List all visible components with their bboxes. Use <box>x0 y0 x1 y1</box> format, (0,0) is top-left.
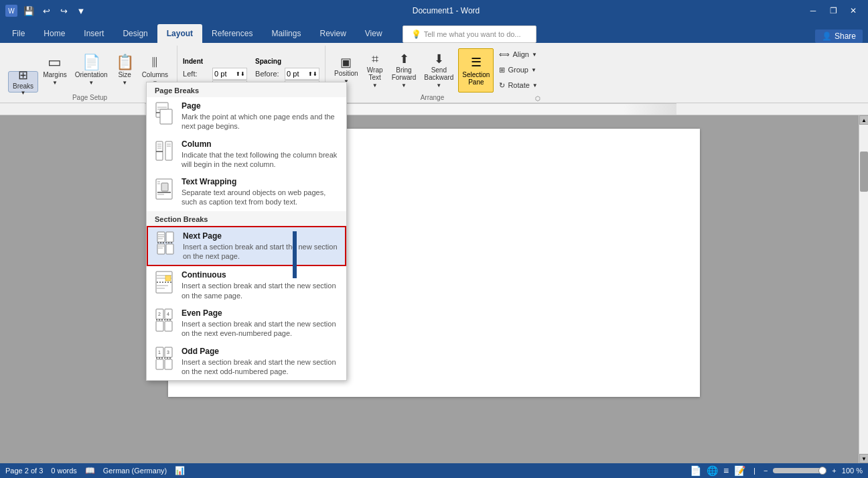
dropdown-item-continuous[interactable]: Continuous Insert a section break and st… <box>147 266 346 304</box>
position-label: Position <box>334 70 358 77</box>
align-button[interactable]: ⟺ Align ▼ <box>495 47 541 62</box>
continuous-item-title: Continuous <box>182 270 340 280</box>
status-left: Page 2 of 3 0 words 📖 German (Germany) 📊 <box>5 466 185 475</box>
document-title: Document1 - Word <box>88 6 804 15</box>
tab-layout[interactable]: Layout <box>157 24 202 43</box>
restore-button[interactable]: ❐ <box>824 1 843 20</box>
scroll-up-button[interactable]: ▲ <box>859 115 868 125</box>
send-backward-button[interactable]: ⬇ Send Backward ▼ <box>421 48 457 93</box>
wrap-text-arrow: ▼ <box>372 82 378 88</box>
align-arrow: ▼ <box>532 52 537 58</box>
language[interactable]: German (Germany) <box>103 467 167 475</box>
svg-text:4: 4 <box>167 312 169 316</box>
selection-pane-button[interactable]: ☰ Selection Pane <box>458 48 494 93</box>
page-info[interactable]: Page 2 of 3 <box>5 467 43 475</box>
breaks-dropdown-btn[interactable]: ⊞ Breaks ▼ <box>8 71 38 93</box>
indent-left-input[interactable]: 0 pt ⬆⬇ <box>212 68 247 80</box>
tab-insert[interactable]: Insert <box>74 24 113 43</box>
even-page-item-title: Even Page <box>182 308 340 318</box>
save-icon[interactable]: 💾 <box>21 3 36 18</box>
ribbon-group-arrange: ▣ Position ▼ ⌗ Wrap Text ▼ ⬆ Bring Forwa… <box>326 46 547 103</box>
ribbon-tabs: File Home Insert Design Layout Reference… <box>0 21 868 43</box>
odd-page-item-title: Odd Page <box>182 347 340 356</box>
tab-mailings[interactable]: Mailings <box>262 24 310 43</box>
svg-text:1: 1 <box>158 350 161 355</box>
tab-view[interactable]: View <box>356 24 392 43</box>
rotate-button[interactable]: ↻ Rotate ▼ <box>495 78 541 93</box>
text-wrapping-item-title: Text Wrapping <box>182 177 340 186</box>
odd-page-item-desc: Insert a section break and start the new… <box>182 357 340 377</box>
dropdown-item-odd-page-text: Odd Page Insert a section break and star… <box>182 347 340 377</box>
group-arrow: ▼ <box>531 67 536 73</box>
view-draft-icon[interactable]: 📝 <box>734 465 745 476</box>
margins-button[interactable]: ▭ Margins ▼ <box>40 48 70 93</box>
status-right: 📄 🌐 ≡ 📝 | − + 100 % <box>690 465 863 476</box>
orientation-arrow: ▼ <box>88 80 94 86</box>
svg-rect-14 <box>161 183 168 191</box>
dropdown-item-even-page-text: Even Page Insert a section break and sta… <box>182 308 340 339</box>
section-breaks-header: Section Breaks <box>147 211 346 226</box>
column-item-title: Column <box>182 139 340 149</box>
word-icon: W <box>5 5 17 17</box>
zoom-level[interactable]: 100 % <box>842 467 863 475</box>
dropdown-item-page-text: Page Mark the point at which one page en… <box>182 101 340 131</box>
columns-label: Columns <box>142 71 168 78</box>
undo-icon[interactable]: ↩ <box>39 3 54 18</box>
tab-references[interactable]: References <box>202 24 262 43</box>
view-web-icon[interactable]: 🌐 <box>707 465 718 476</box>
track-changes-icon[interactable]: 📊 <box>175 466 185 475</box>
view-normal-icon[interactable]: 📄 <box>690 465 701 476</box>
orientation-button[interactable]: 📄 Orientation ▼ <box>72 48 111 93</box>
scroll-thumb[interactable] <box>860 152 868 192</box>
word-count[interactable]: 0 words <box>51 467 77 475</box>
spacing-before-row: Before: 0 pt ⬆⬇ <box>255 68 319 80</box>
dropdown-item-even-page[interactable]: 2 4 Even Page Insert a section break and… <box>147 304 346 343</box>
zoom-slider[interactable] <box>773 468 826 473</box>
share-button[interactable]: 👤 Share <box>815 29 863 43</box>
share-icon: 👤 <box>822 32 832 41</box>
window-controls: ─ ❐ ✕ <box>804 1 863 20</box>
title-bar-left: W 💾 ↩ ↪ ▼ <box>5 3 88 18</box>
breaks-icon: ⊞ <box>18 68 28 82</box>
tell-me-input[interactable]: 💡 Tell me what you want to do... <box>403 25 536 43</box>
even-page-break-icon: 2 4 <box>153 308 175 333</box>
wrap-text-icon: ⌗ <box>372 53 378 65</box>
dropdown-item-column[interactable]: Column Indicate that the text following … <box>147 135 346 174</box>
tab-design[interactable]: Design <box>113 24 157 43</box>
next-page-item-title: Next Page <box>183 231 338 241</box>
size-label: Size <box>118 71 131 78</box>
group-button[interactable]: ⊞ Group ▼ <box>495 62 541 77</box>
dropdown-item-page[interactable]: Page Mark the point at which one page en… <box>147 97 346 135</box>
tab-file[interactable]: File <box>3 24 34 43</box>
redo-icon[interactable]: ↪ <box>56 3 71 18</box>
dropdown-item-text-wrapping[interactable]: Text Wrapping Separate text around objec… <box>147 173 346 211</box>
size-button[interactable]: 📋 Size ▼ <box>113 48 137 93</box>
svg-rect-47 <box>156 359 163 369</box>
spacing-before-input[interactable]: 0 pt ⬆⬇ <box>285 68 319 80</box>
scroll-down-button[interactable]: ▼ <box>859 454 868 463</box>
paragraph-expand-icon[interactable]: ⬡ <box>534 95 542 102</box>
svg-rect-23 <box>157 244 165 254</box>
tab-home[interactable]: Home <box>34 24 74 43</box>
dropdown-item-odd-page[interactable]: 1 3 Odd Page Insert a section break and … <box>147 343 346 381</box>
margins-icon: ▭ <box>48 55 62 70</box>
view-outline-icon[interactable]: ≡ <box>723 465 729 476</box>
close-button[interactable]: ✕ <box>844 1 863 20</box>
selection-pane-icon: ☰ <box>471 55 482 70</box>
indent-left-row: Left: 0 pt ⬆⬇ <box>183 68 247 80</box>
zoom-out-icon[interactable]: − <box>764 467 768 475</box>
tab-review[interactable]: Review <box>310 24 355 43</box>
selection-pane-label: Selection Pane <box>462 71 490 86</box>
zoom-in-icon[interactable]: + <box>832 467 836 475</box>
vertical-scrollbar[interactable]: ▲ ▼ <box>859 115 868 463</box>
wrap-text-button[interactable]: ⌗ Wrap Text ▼ <box>363 48 387 93</box>
breaks-button-inner[interactable]: ⊞ Breaks ▼ <box>8 71 38 93</box>
minimize-button[interactable]: ─ <box>804 1 822 20</box>
dropdown-item-next-page[interactable]: Next Page Insert a section break and sta… <box>147 226 346 267</box>
zoom-thumb[interactable] <box>818 467 826 475</box>
dropdown-item-continuous-text: Continuous Insert a section break and st… <box>182 270 340 300</box>
customize-icon[interactable]: ▼ <box>74 3 88 18</box>
breaks-label: Breaks <box>13 82 33 90</box>
bring-forward-button[interactable]: ⬆ Bring Forward ▼ <box>388 48 420 93</box>
proofing-icon[interactable]: 📖 <box>85 466 95 475</box>
